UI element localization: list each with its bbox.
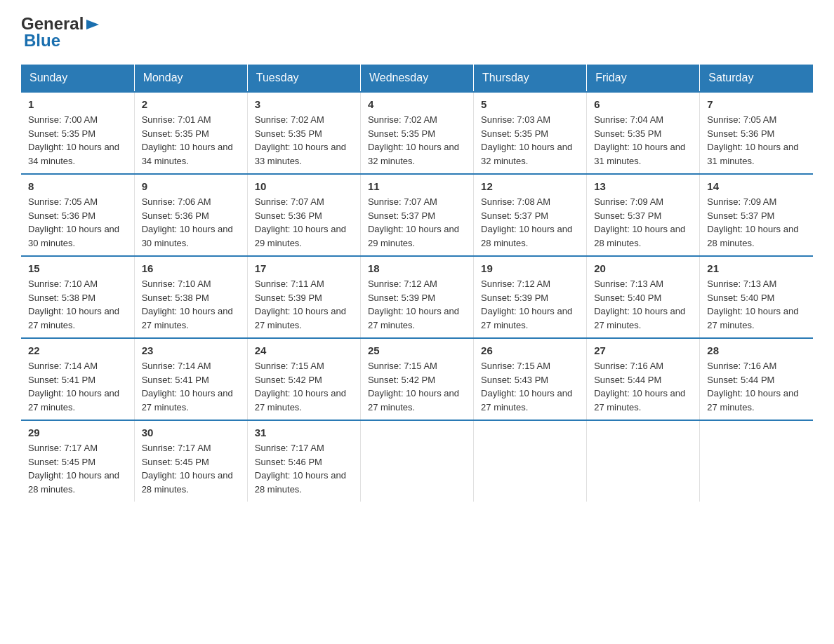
daylight-label: Daylight: 10 hours and 28 minutes. [707,224,798,248]
calendar-week-row: 8 Sunrise: 7:05 AM Sunset: 5:36 PM Dayli… [21,174,813,256]
day-info: Sunrise: 7:03 AM Sunset: 5:35 PM Dayligh… [481,113,579,168]
day-info: Sunrise: 7:12 AM Sunset: 5:39 PM Dayligh… [481,277,579,332]
daylight-label: Daylight: 10 hours and 27 minutes. [594,306,685,330]
sunrise-label: Sunrise: 7:15 AM [368,361,437,371]
day-number: 4 [368,98,466,110]
day-number: 3 [255,98,353,110]
calendar-cell: 1 Sunrise: 7:00 AM Sunset: 5:35 PM Dayli… [21,92,134,174]
day-info: Sunrise: 7:17 AM Sunset: 5:46 PM Dayligh… [255,441,353,496]
header-cell-tuesday: Tuesday [247,65,360,92]
calendar-cell [700,420,813,502]
daylight-label: Daylight: 10 hours and 27 minutes. [368,306,459,330]
sunset-label: Sunset: 5:40 PM [707,293,774,303]
day-info: Sunrise: 7:04 AM Sunset: 5:35 PM Dayligh… [594,113,692,168]
header-cell-thursday: Thursday [474,65,587,92]
sunrise-label: Sunrise: 7:15 AM [255,361,324,371]
calendar-cell [360,420,473,502]
day-info: Sunrise: 7:08 AM Sunset: 5:37 PM Dayligh… [481,195,579,250]
daylight-label: Daylight: 10 hours and 30 minutes. [142,224,233,248]
day-number: 6 [594,98,692,110]
daylight-label: Daylight: 10 hours and 28 minutes. [594,224,685,248]
sunrise-label: Sunrise: 7:16 AM [594,361,663,371]
day-info: Sunrise: 7:13 AM Sunset: 5:40 PM Dayligh… [594,277,692,332]
day-info: Sunrise: 7:07 AM Sunset: 5:36 PM Dayligh… [255,195,353,250]
daylight-label: Daylight: 10 hours and 34 minutes. [28,142,119,166]
day-number: 28 [707,344,806,356]
day-info: Sunrise: 7:06 AM Sunset: 5:36 PM Dayligh… [142,195,240,250]
calendar-week-row: 15 Sunrise: 7:10 AM Sunset: 5:38 PM Dayl… [21,256,813,338]
day-number: 5 [481,98,579,110]
daylight-label: Daylight: 10 hours and 30 minutes. [28,224,119,248]
day-info: Sunrise: 7:09 AM Sunset: 5:37 PM Dayligh… [594,195,692,250]
day-info: Sunrise: 7:17 AM Sunset: 5:45 PM Dayligh… [142,441,240,496]
day-info: Sunrise: 7:05 AM Sunset: 5:36 PM Dayligh… [28,195,127,250]
header-row: SundayMondayTuesdayWednesdayThursdayFrid… [21,65,813,92]
day-number: 8 [28,180,127,192]
calendar-week-row: 29 Sunrise: 7:17 AM Sunset: 5:45 PM Dayl… [21,420,813,502]
header-cell-monday: Monday [134,65,247,92]
sunset-label: Sunset: 5:42 PM [255,375,322,385]
sunset-label: Sunset: 5:38 PM [142,293,209,303]
daylight-label: Daylight: 10 hours and 32 minutes. [368,142,459,166]
sunrise-label: Sunrise: 7:09 AM [707,196,776,207]
day-info: Sunrise: 7:07 AM Sunset: 5:37 PM Dayligh… [368,195,466,250]
calendar-cell: 29 Sunrise: 7:17 AM Sunset: 5:45 PM Dayl… [21,420,134,502]
daylight-label: Daylight: 10 hours and 27 minutes. [255,388,346,412]
day-info: Sunrise: 7:15 AM Sunset: 5:42 PM Dayligh… [368,359,466,414]
calendar-table: SundayMondayTuesdayWednesdayThursdayFrid… [21,65,813,502]
sunset-label: Sunset: 5:42 PM [368,375,435,385]
sunrise-label: Sunrise: 7:06 AM [142,196,211,207]
day-info: Sunrise: 7:10 AM Sunset: 5:38 PM Dayligh… [28,277,127,332]
calendar-cell: 7 Sunrise: 7:05 AM Sunset: 5:36 PM Dayli… [700,92,813,174]
day-number: 26 [481,344,579,356]
calendar-cell: 26 Sunrise: 7:15 AM Sunset: 5:43 PM Dayl… [474,338,587,420]
sunset-label: Sunset: 5:35 PM [142,128,209,139]
daylight-label: Daylight: 10 hours and 29 minutes. [368,224,459,248]
day-info: Sunrise: 7:09 AM Sunset: 5:37 PM Dayligh… [707,195,806,250]
day-number: 7 [707,98,806,110]
daylight-label: Daylight: 10 hours and 32 minutes. [481,142,572,166]
logo-blue-text: Blue [24,31,60,51]
calendar-week-row: 1 Sunrise: 7:00 AM Sunset: 5:35 PM Dayli… [21,92,813,174]
page-header: General Blue [21,14,813,51]
day-info: Sunrise: 7:10 AM Sunset: 5:38 PM Dayligh… [142,277,240,332]
day-number: 21 [707,262,806,274]
calendar-cell: 23 Sunrise: 7:14 AM Sunset: 5:41 PM Dayl… [134,338,247,420]
sunset-label: Sunset: 5:39 PM [481,293,548,303]
sunset-label: Sunset: 5:45 PM [28,457,95,467]
calendar-cell: 25 Sunrise: 7:15 AM Sunset: 5:42 PM Dayl… [360,338,473,420]
day-number: 12 [481,180,579,192]
calendar-cell [587,420,700,502]
day-info: Sunrise: 7:13 AM Sunset: 5:40 PM Dayligh… [707,277,806,332]
calendar-cell: 19 Sunrise: 7:12 AM Sunset: 5:39 PM Dayl… [474,256,587,338]
calendar-cell: 27 Sunrise: 7:16 AM Sunset: 5:44 PM Dayl… [587,338,700,420]
calendar-header: SundayMondayTuesdayWednesdayThursdayFrid… [21,65,813,92]
sunset-label: Sunset: 5:43 PM [481,375,548,385]
sunset-label: Sunset: 5:44 PM [707,375,774,385]
sunset-label: Sunset: 5:37 PM [594,210,661,221]
daylight-label: Daylight: 10 hours and 34 minutes. [142,142,233,166]
day-number: 30 [142,427,240,438]
day-number: 13 [594,180,692,192]
day-number: 19 [481,262,579,274]
daylight-label: Daylight: 10 hours and 27 minutes. [368,388,459,412]
day-info: Sunrise: 7:16 AM Sunset: 5:44 PM Dayligh… [594,359,692,414]
sunset-label: Sunset: 5:36 PM [142,210,209,221]
calendar-cell: 22 Sunrise: 7:14 AM Sunset: 5:41 PM Dayl… [21,338,134,420]
sunset-label: Sunset: 5:39 PM [255,293,322,303]
day-number: 20 [594,262,692,274]
sunset-label: Sunset: 5:39 PM [368,293,435,303]
sunrise-label: Sunrise: 7:03 AM [481,114,550,125]
calendar-body: 1 Sunrise: 7:00 AM Sunset: 5:35 PM Dayli… [21,92,813,502]
calendar-cell: 20 Sunrise: 7:13 AM Sunset: 5:40 PM Dayl… [587,256,700,338]
day-number: 15 [28,262,127,274]
daylight-label: Daylight: 10 hours and 31 minutes. [594,142,685,166]
day-number: 9 [142,180,240,192]
day-number: 16 [142,262,240,274]
calendar-cell: 3 Sunrise: 7:02 AM Sunset: 5:35 PM Dayli… [247,92,360,174]
sunrise-label: Sunrise: 7:07 AM [255,196,324,207]
calendar-week-row: 22 Sunrise: 7:14 AM Sunset: 5:41 PM Dayl… [21,338,813,420]
calendar-cell: 6 Sunrise: 7:04 AM Sunset: 5:35 PM Dayli… [587,92,700,174]
sunrise-label: Sunrise: 7:14 AM [142,361,211,371]
sunset-label: Sunset: 5:35 PM [255,128,322,139]
